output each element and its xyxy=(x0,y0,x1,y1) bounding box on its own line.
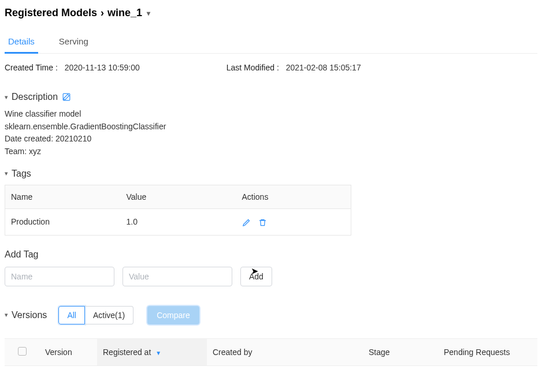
versions-col-version[interactable]: Version xyxy=(39,338,97,365)
versions-col-created-by[interactable]: Created by xyxy=(207,338,363,365)
breadcrumb: Registered Models › wine_1 ▾ xyxy=(5,5,537,26)
tab-serving[interactable]: Serving xyxy=(55,31,92,53)
versions-table: Version Registered at ▼ Created by Stage… xyxy=(5,338,537,366)
tag-value-input[interactable] xyxy=(122,267,232,286)
breadcrumb-current[interactable]: wine_1 xyxy=(107,7,142,19)
versions-filter: All Active(1) xyxy=(58,306,133,324)
description-body: Wine classifier model sklearn.ensemble.G… xyxy=(5,108,537,158)
created-time-value: 2020-11-13 10:59:00 xyxy=(65,63,140,72)
breadcrumb-root[interactable]: Registered Models xyxy=(5,7,97,19)
tags-col-value: Value xyxy=(121,185,236,208)
versions-header: ▾ Versions All Active(1) Compare xyxy=(5,306,537,324)
tags-col-name: Name xyxy=(5,185,121,208)
delete-tag-icon[interactable] xyxy=(258,218,267,227)
add-tag-heading: Add Tag xyxy=(5,249,537,260)
last-modified: Last Modified : 2021-02-08 15:05:17 xyxy=(227,63,361,72)
edit-description-icon[interactable] xyxy=(62,93,70,101)
caret-down-icon: ▾ xyxy=(5,170,8,177)
compare-button[interactable]: Compare xyxy=(147,306,199,324)
last-modified-label: Last Modified : xyxy=(227,63,279,72)
tags-table: Name Value Actions Production 1.0 xyxy=(5,185,351,236)
description-heading: Description xyxy=(12,92,58,102)
created-time: Created Time : 2020-11-13 10:59:00 xyxy=(5,63,140,72)
tabs: Details Serving xyxy=(5,31,537,54)
chevron-right-icon: › xyxy=(101,7,104,19)
description-header[interactable]: ▾ Description xyxy=(5,92,537,102)
tag-name: Production xyxy=(5,208,121,235)
add-tag-row: Add xyxy=(5,267,537,286)
caret-down-icon: ▾ xyxy=(5,94,8,101)
add-tag-button[interactable]: Add xyxy=(240,267,272,286)
tags-row: Production 1.0 xyxy=(5,208,351,235)
last-modified-value: 2021-02-08 15:05:17 xyxy=(286,63,361,72)
filter-active[interactable]: Active(1) xyxy=(85,306,133,324)
caret-down-icon[interactable]: ▾ xyxy=(147,9,150,17)
col-label: Registered at xyxy=(103,348,151,357)
tag-value: 1.0 xyxy=(121,208,236,235)
versions-col-pending[interactable]: Pending Requests xyxy=(438,338,537,365)
versions-col-registered-at[interactable]: Registered at ▼ xyxy=(97,338,207,365)
tags-heading: Tags xyxy=(12,169,31,179)
versions-heading: Versions xyxy=(12,310,47,320)
caret-down-icon: ▾ xyxy=(5,311,8,319)
versions-col-stage[interactable]: Stage xyxy=(363,338,438,365)
tags-col-actions: Actions xyxy=(236,185,351,208)
select-all-checkbox[interactable] xyxy=(18,347,27,356)
filter-all[interactable]: All xyxy=(58,306,85,324)
tab-details[interactable]: Details xyxy=(5,31,38,54)
edit-tag-icon[interactable] xyxy=(242,218,251,227)
tag-name-input[interactable] xyxy=(5,267,114,286)
created-time-label: Created Time : xyxy=(5,63,58,72)
meta-row: Created Time : 2020-11-13 10:59:00 Last … xyxy=(5,54,537,81)
versions-col-checkbox xyxy=(5,338,39,365)
tags-header[interactable]: ▾ Tags xyxy=(5,169,537,179)
sort-desc-icon: ▼ xyxy=(155,350,161,356)
